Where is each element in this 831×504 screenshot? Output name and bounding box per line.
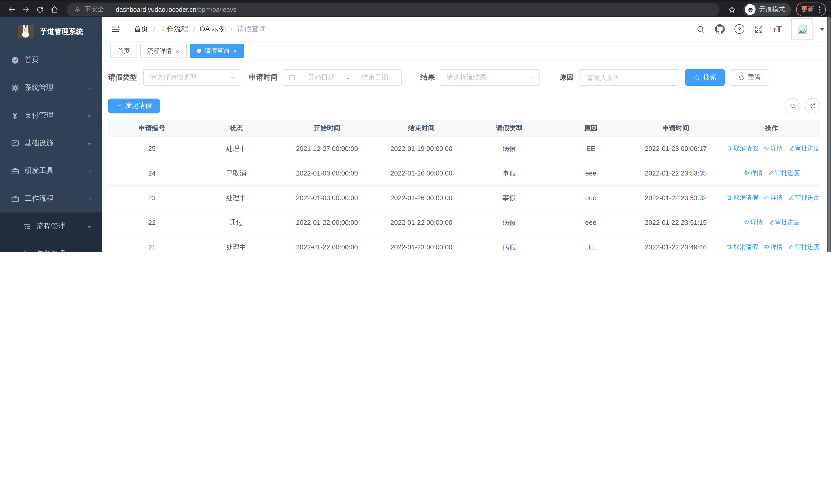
reset-button[interactable]: 重置 bbox=[730, 69, 769, 86]
cell-apply-time: 2022-01-23 00:06:17 bbox=[629, 136, 723, 161]
cancel-leave-link[interactable]: 取消请假 bbox=[726, 144, 758, 153]
col-header-reason: 原因 bbox=[553, 120, 629, 136]
refresh-table-button[interactable] bbox=[805, 98, 820, 113]
breadcrumb-item[interactable]: 首页 bbox=[134, 24, 148, 34]
url-path: /bpm/oa/leave bbox=[196, 6, 237, 13]
cell-actions: 取消请假 详情 审批进度 bbox=[723, 235, 820, 252]
refresh-icon bbox=[738, 74, 745, 81]
incognito-label: 无痕模式 bbox=[759, 5, 785, 14]
sidebar-item-system[interactable]: 系统管理 bbox=[0, 74, 102, 101]
tab-label: 流程详情 bbox=[147, 47, 172, 55]
approval-progress-link[interactable]: 审批进度 bbox=[788, 243, 820, 251]
breadcrumb: 首页 / 工作流程 / OA 示例 / 请假查询 bbox=[134, 24, 266, 34]
browser-scrollbar[interactable] bbox=[827, 17, 831, 252]
cancel-leave-link[interactable]: 取消请假 bbox=[726, 243, 758, 251]
cell-apply-time: 2022-01-22 23:53:32 bbox=[629, 185, 723, 210]
browser-menu-icon[interactable] bbox=[819, 6, 821, 13]
cell-apply-time: 2022-01-22 23:51:15 bbox=[629, 210, 723, 235]
col-header-start: 开始时间 bbox=[277, 120, 377, 136]
scrollbar-thumb[interactable] bbox=[828, 17, 830, 252]
avatar[interactable] bbox=[792, 18, 813, 40]
trash-icon bbox=[726, 244, 733, 250]
browser-update-button[interactable]: 更新 bbox=[796, 3, 826, 17]
sidebar-item-payment[interactable]: ¥ 支付管理 bbox=[0, 101, 102, 129]
cell-reason: EE bbox=[553, 136, 629, 161]
monitor-chart-icon bbox=[10, 139, 20, 148]
chevron-up-icon bbox=[86, 251, 93, 252]
eye-icon bbox=[763, 146, 769, 152]
avatar-dropdown-caret-icon[interactable] bbox=[820, 27, 825, 31]
search-button[interactable]: 搜索 bbox=[685, 69, 725, 86]
end-date-placeholder[interactable]: 结束日期 bbox=[353, 73, 396, 82]
search-form: 请假类型 请选择请假类型 申请时间 开始日期 - 结束日期 结果 请选择流 bbox=[108, 69, 820, 86]
cancel-leave-link[interactable]: 取消请假 bbox=[726, 194, 758, 202]
sidebar-item-home[interactable]: 首页 bbox=[0, 46, 102, 74]
create-leave-button[interactable]: 发起请假 bbox=[108, 98, 160, 113]
browser-home-button[interactable] bbox=[48, 3, 61, 16]
cell-id: 21 bbox=[108, 235, 196, 252]
url-text: dashboard.yudao.iocoder.cn/bpm/oa/leave bbox=[116, 6, 237, 13]
detail-link[interactable]: 详情 bbox=[763, 243, 783, 251]
search-icon[interactable] bbox=[696, 24, 705, 34]
approval-progress-link[interactable]: 审批进度 bbox=[768, 218, 800, 227]
tab-process-detail[interactable]: 流程详情 × bbox=[140, 43, 187, 58]
sidebar-collapse-icon[interactable] bbox=[111, 24, 120, 34]
tab-close-icon[interactable]: × bbox=[175, 48, 179, 54]
cell-id: 22 bbox=[108, 210, 196, 235]
tab-close-icon[interactable]: × bbox=[233, 48, 237, 54]
reason-input[interactable] bbox=[586, 73, 672, 82]
calendar-icon bbox=[288, 74, 296, 81]
tab-home[interactable]: 首页 bbox=[110, 43, 137, 58]
cell-id: 25 bbox=[108, 136, 196, 161]
leave-table: 申请编号 状态 开始时间 结束时间 请假类型 原因 申请时间 操作 25 处理中… bbox=[108, 120, 820, 252]
detail-link[interactable]: 详情 bbox=[743, 218, 763, 227]
browser-reload-button[interactable] bbox=[34, 3, 46, 16]
search-icon bbox=[789, 102, 796, 109]
browser-forward-button[interactable] bbox=[20, 3, 32, 16]
chevron-down-icon bbox=[229, 75, 236, 81]
app-logo[interactable]: 芋道管理系统 bbox=[0, 17, 102, 46]
sidebar-item-infrastructure[interactable]: 基础设施 bbox=[0, 129, 102, 157]
breadcrumb-item[interactable]: OA 示例 bbox=[200, 24, 226, 34]
font-size-icon[interactable]: TT bbox=[773, 25, 782, 33]
cell-reason: eee bbox=[553, 185, 629, 210]
sidebar-item-task-management[interactable]: 任务管理 bbox=[0, 240, 102, 252]
start-date-placeholder[interactable]: 开始日期 bbox=[300, 73, 343, 82]
cell-id: 24 bbox=[108, 161, 196, 185]
col-header-end: 结束时间 bbox=[377, 120, 465, 136]
logo-rabbit-image bbox=[18, 25, 34, 38]
sidebar-item-dev-tools[interactable]: 研发工具 bbox=[0, 157, 102, 185]
fullscreen-icon[interactable] bbox=[754, 24, 763, 34]
address-bar[interactable]: 不安全 dashboard.yudao.iocoder.cn/bpm/oa/le… bbox=[67, 3, 720, 16]
detail-link[interactable]: 详情 bbox=[763, 144, 783, 153]
bookmark-star-icon[interactable] bbox=[726, 3, 738, 16]
toolbox-icon bbox=[10, 167, 20, 175]
sidebar-item-label: 首页 bbox=[25, 55, 39, 65]
breadcrumb-item[interactable]: 工作流程 bbox=[160, 24, 189, 34]
browser-back-button[interactable] bbox=[5, 3, 18, 16]
approval-progress-link[interactable]: 审批进度 bbox=[788, 144, 820, 153]
toggle-search-button[interactable] bbox=[785, 98, 800, 113]
github-icon[interactable] bbox=[715, 24, 725, 34]
sidebar-item-process-management[interactable]: 流程管理 bbox=[0, 212, 102, 240]
detail-link[interactable]: 详情 bbox=[743, 169, 763, 178]
approval-progress-link[interactable]: 审批进度 bbox=[768, 169, 800, 178]
eye-icon bbox=[763, 195, 769, 201]
apply-time-range-picker[interactable]: 开始日期 - 结束日期 bbox=[283, 69, 402, 86]
page-content: 请假类型 请选择请假类型 申请时间 开始日期 - 结束日期 结果 请选择流 bbox=[102, 61, 831, 252]
search-button-label: 搜索 bbox=[703, 73, 717, 82]
detail-link[interactable]: 详情 bbox=[763, 194, 783, 202]
security-label: 不安全 bbox=[85, 5, 104, 14]
help-icon[interactable]: ? bbox=[735, 24, 744, 34]
tab-leave-query[interactable]: 请假查询 × bbox=[190, 43, 244, 58]
search-icon bbox=[693, 74, 700, 81]
update-label: 更新 bbox=[801, 5, 814, 14]
cell-apply-time: 2022-01-22 23:53:35 bbox=[629, 161, 723, 185]
result-select[interactable]: 请选择流结果 bbox=[440, 69, 540, 86]
col-header-type: 请假类型 bbox=[465, 120, 553, 136]
cell-reason: eee bbox=[553, 161, 629, 185]
leave-type-select[interactable]: 请选择请假类型 bbox=[143, 69, 241, 86]
browser-actions: 无痕模式 更新 bbox=[726, 3, 826, 17]
sidebar-item-workflow[interactable]: 工作流程 bbox=[0, 185, 102, 212]
approval-progress-link[interactable]: 审批进度 bbox=[788, 194, 820, 202]
